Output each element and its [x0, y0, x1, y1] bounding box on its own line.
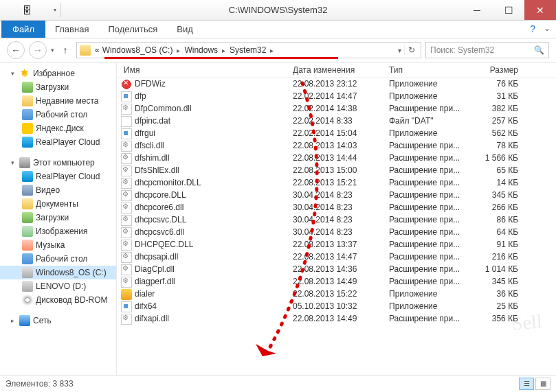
sidebar-item[interactable]: Дисковод BD-ROM: [0, 293, 116, 307]
download-icon: [22, 212, 33, 223]
qat-dropdown-icon[interactable]: ▾: [54, 7, 56, 13]
file-row[interactable]: dhcpcore.DLL30.04.2014 8:23Расширение пр…: [117, 189, 556, 202]
file-name: DiagCpl.dll: [135, 264, 175, 274]
file-tab[interactable]: Файл: [1, 21, 45, 38]
up-button[interactable]: ↑: [58, 43, 72, 57]
file-icon: [121, 190, 132, 201]
file-icon: [121, 252, 132, 263]
file-row[interactable]: DFDWiz22.08.2013 23:12Приложение76 КБ: [117, 78, 556, 91]
sidebar-item[interactable]: RealPlayer Cloud: [0, 170, 116, 183]
video-icon: [22, 185, 33, 196]
tab-share[interactable]: Поделиться: [98, 21, 167, 37]
sidebar-item[interactable]: Яндекс.Диск: [0, 122, 116, 135]
file-date: 30.04.2014 8:23: [289, 215, 385, 226]
file-type: Расширение при...: [385, 314, 474, 325]
breadcrumb-item[interactable]: Windows8_OS (C:): [101, 45, 175, 55]
file-row[interactable]: difx6405.10.2013 10:32Приложение25 КБ: [117, 301, 556, 313]
history-dropdown-icon[interactable]: ▾: [51, 47, 54, 54]
file-name: dhcpcore.DLL: [135, 190, 186, 200]
file-row[interactable]: dhcpsapi.dll22.08.2013 14:47Расширение п…: [117, 251, 556, 264]
sidebar-item[interactable]: Видео: [0, 183, 116, 197]
back-button[interactable]: ←: [7, 41, 25, 59]
sidebar-group-favorites[interactable]: ▾ Избранное: [0, 67, 116, 80]
file-row[interactable]: dfshim.dll22.08.2013 14:44Расширение при…: [117, 152, 556, 165]
forward-button[interactable]: →: [29, 41, 47, 59]
file-size: 65 КБ: [474, 165, 522, 176]
file-row[interactable]: dhcpcsvc6.dll30.04.2014 8:23Расширение п…: [117, 227, 556, 239]
close-button[interactable]: ✕: [524, 0, 556, 20]
computer-icon: [19, 157, 30, 168]
file-row[interactable]: dhcpcore6.dll30.04.2014 8:23Расширение п…: [117, 202, 556, 214]
properties-icon[interactable]: 🗄: [19, 3, 34, 18]
window-controls: ─ ☐ ✕: [461, 0, 556, 20]
sidebar-item[interactable]: Рабочий стол: [0, 252, 116, 266]
chevron-right-icon[interactable]: ▸: [174, 47, 183, 54]
sidebar-item[interactable]: Изображения: [0, 224, 116, 238]
download-icon: [22, 82, 33, 93]
breadcrumb-item[interactable]: System32: [228, 45, 267, 55]
file-name: DfpCommon.dll: [135, 104, 192, 113]
collapse-icon: ▾: [11, 70, 18, 77]
breadcrumb-overflow[interactable]: «: [93, 45, 101, 55]
addressbar[interactable]: « Windows8_OS (C:) ▸ Windows ▸ System32 …: [76, 42, 421, 58]
sidebar-item[interactable]: Windows8_OS (C:): [0, 266, 116, 279]
sidebar-item[interactable]: Рабочий стол: [0, 108, 116, 122]
file-type: Приложение: [385, 301, 474, 312]
ribbon-expand-icon[interactable]: ⌄: [544, 23, 551, 33]
file-type: Приложение: [385, 289, 474, 300]
star-icon: [19, 68, 30, 79]
folder-icon[interactable]: [3, 3, 18, 18]
sidebar-group-computer[interactable]: ▾ Этот компьютер: [0, 156, 116, 170]
file-size: 356 КБ: [474, 314, 522, 325]
file-date: 22.02.2014 14:47: [289, 91, 385, 102]
tab-view[interactable]: Вид: [167, 21, 203, 37]
file-row[interactable]: dfp22.02.2014 14:47Приложение31 КБ: [117, 91, 556, 103]
file-row[interactable]: dfrgui22.02.2014 15:04Приложение562 КБ: [117, 128, 556, 140]
tab-home[interactable]: Главная: [45, 21, 98, 37]
maximize-button[interactable]: ☐: [493, 0, 524, 20]
file-row[interactable]: difxapi.dll22.08.2013 14:49Расширение пр…: [117, 313, 556, 325]
breadcrumb-item[interactable]: Windows: [183, 45, 219, 55]
file-row[interactable]: DHCPQEC.DLL22.08.2013 13:37Расширение пр…: [117, 239, 556, 251]
file-row[interactable]: dfpinc.dat22.02.2014 8:33Файл "DAT"257 К…: [117, 115, 556, 128]
file-name: dhcpcsvc.DLL: [135, 215, 186, 224]
chevron-right-icon[interactable]: ▸: [267, 47, 276, 54]
column-type[interactable]: Тип: [385, 65, 474, 75]
yandex-icon: [22, 123, 33, 134]
minimize-button[interactable]: ─: [461, 0, 493, 20]
file-size: 91 КБ: [474, 240, 522, 251]
search-input[interactable]: Поиск: System32 🔍: [425, 42, 549, 58]
chevron-right-icon[interactable]: ▸: [219, 47, 228, 54]
sidebar-item[interactable]: Недавние места: [0, 94, 116, 108]
sidebar-item[interactable]: Музыка: [0, 238, 116, 252]
open-icon[interactable]: [36, 3, 51, 18]
column-name[interactable]: Имя: [117, 65, 289, 75]
sidebar-group-network[interactable]: ▸ Сеть: [0, 314, 116, 327]
file-row[interactable]: dhcpcmonitor.DLL22.08.2013 15:21Расширен…: [117, 177, 556, 189]
icons-view-button[interactable]: ▦: [535, 378, 551, 390]
sidebar: ▾ Избранное ЗагрузкиНедавние местаРабочи…: [0, 62, 117, 375]
column-size[interactable]: Размер: [474, 65, 522, 75]
file-row[interactable]: diagperf.dll22.08.2013 14:49Расширение п…: [117, 276, 556, 288]
file-row[interactable]: dfscli.dll22.08.2013 14:03Расширение при…: [117, 140, 556, 152]
file-row[interactable]: dhcpcsvc.DLL30.04.2014 8:23Расширение пр…: [117, 214, 556, 227]
details-view-button[interactable]: ☰: [519, 378, 534, 390]
file-row[interactable]: DfsShlEx.dll22.08.2013 15:00Расширение п…: [117, 165, 556, 177]
file-row[interactable]: DiagCpl.dll22.08.2013 14:36Расширение пр…: [117, 264, 556, 276]
help-icon[interactable]: ?: [530, 23, 535, 34]
file-type: Расширение при...: [385, 252, 474, 263]
file-icon: [121, 104, 132, 115]
file-row[interactable]: dialer22.08.2013 15:22Приложение36 КБ: [117, 288, 556, 301]
sidebar-item[interactable]: Документы: [0, 197, 116, 211]
refresh-button[interactable]: ↻: [404, 45, 418, 55]
sidebar-item[interactable]: Загрузки: [0, 211, 116, 224]
file-icon: [121, 91, 132, 102]
sidebar-item[interactable]: LENOVO (D:): [0, 279, 116, 293]
file-row[interactable]: DfpCommon.dll22.02.2014 14:38Расширение …: [117, 103, 556, 115]
column-date[interactable]: Дата изменения: [289, 65, 385, 75]
file-type: Расширение при...: [385, 104, 474, 115]
address-dropdown-icon[interactable]: ▾: [395, 47, 404, 54]
search-placeholder: Поиск: System32: [430, 45, 494, 55]
sidebar-item[interactable]: Загрузки: [0, 80, 116, 94]
sidebar-item[interactable]: RealPlayer Cloud: [0, 135, 116, 149]
